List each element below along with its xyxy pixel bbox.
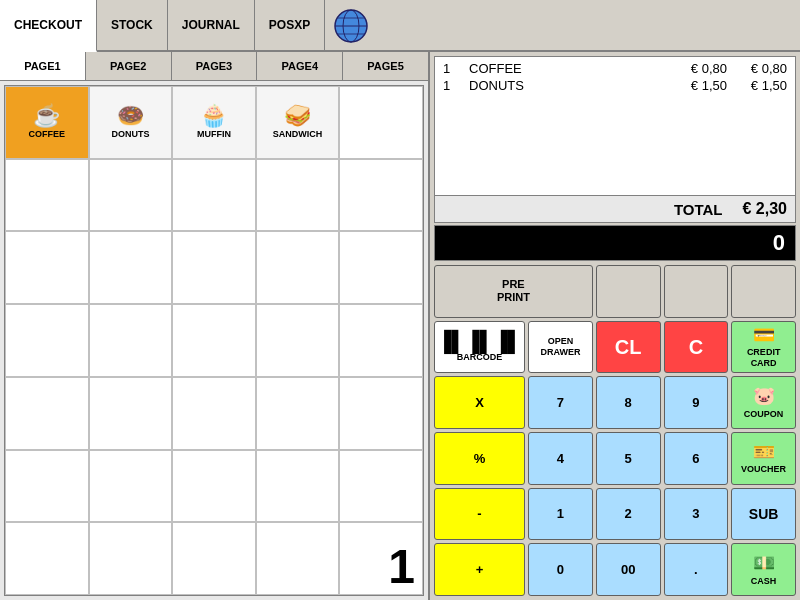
receipt-qty-1: 1	[443, 61, 463, 76]
num2-button[interactable]: 2	[596, 488, 661, 541]
page-tab-1[interactable]: PAGE1	[0, 52, 86, 80]
voucher-label: VOUCHER	[741, 464, 786, 475]
sandwich-icon: 🥪	[284, 105, 311, 127]
total-label: TOTAL	[674, 201, 723, 218]
empty-pad-2	[664, 265, 729, 318]
x-button[interactable]: X	[434, 376, 525, 429]
product-empty-23[interactable]	[172, 377, 256, 450]
receipt-qty-2: 1	[443, 78, 463, 93]
product-empty-18[interactable]	[172, 304, 256, 377]
num1-button[interactable]: 1	[528, 488, 593, 541]
product-empty-5[interactable]	[339, 86, 423, 159]
open-drawer-button[interactable]: OPEN DRAWER	[528, 321, 593, 374]
pre-print-button[interactable]: PRE PRINT	[434, 265, 593, 318]
barcode-label: BARCODE	[457, 352, 503, 363]
num6-button[interactable]: 6	[664, 432, 729, 485]
product-empty-32[interactable]	[89, 522, 173, 595]
product-muffin[interactable]: 🧁 MUFFIN	[172, 86, 256, 159]
product-donuts[interactable]: 🍩 DONUTS	[89, 86, 173, 159]
tab-checkout[interactable]: CHECKOUT	[0, 0, 97, 52]
minus-button[interactable]: -	[434, 488, 525, 541]
main-content: PAGE1 PAGE2 PAGE3 PAGE4 PAGE5 ☕ COFFEE 🍩…	[0, 52, 800, 600]
muffin-label: MUFFIN	[197, 129, 231, 139]
product-empty-31[interactable]	[5, 522, 89, 595]
cash-button[interactable]: 💵 CASH	[731, 543, 796, 596]
receipt-row-2: 1 DONUTS € 1,50 € 1,50	[443, 78, 787, 93]
voucher-icon: 🎫	[753, 442, 775, 464]
receipt-name-1: COFFEE	[469, 61, 667, 76]
product-empty-7[interactable]	[89, 159, 173, 232]
barcode-icon: ▐▌▐▌▐▌	[437, 331, 522, 351]
product-empty-26[interactable]	[5, 450, 89, 523]
product-empty-6[interactable]	[5, 159, 89, 232]
plus-button[interactable]: +	[434, 543, 525, 596]
product-empty-12[interactable]	[89, 231, 173, 304]
credit-card-button[interactable]: 💳 CREDIT CARD	[731, 321, 796, 374]
receipt-row-1: 1 COFFEE € 0,80 € 0,80	[443, 61, 787, 76]
coupon-label: COUPON	[744, 409, 784, 420]
page-tab-4[interactable]: PAGE4	[257, 52, 343, 80]
num00-button[interactable]: 00	[596, 543, 661, 596]
page-number: 1	[388, 543, 415, 591]
product-empty-29[interactable]	[256, 450, 340, 523]
product-empty-11[interactable]	[5, 231, 89, 304]
page-tabs: PAGE1 PAGE2 PAGE3 PAGE4 PAGE5	[0, 52, 428, 81]
product-empty-33[interactable]	[172, 522, 256, 595]
product-empty-28[interactable]	[172, 450, 256, 523]
voucher-button[interactable]: 🎫 VOUCHER	[731, 432, 796, 485]
empty-pad-1	[596, 265, 661, 318]
display-row: 0	[434, 225, 796, 261]
num7-button[interactable]: 7	[528, 376, 593, 429]
product-empty-9[interactable]	[256, 159, 340, 232]
num4-button[interactable]: 4	[528, 432, 593, 485]
cl-button[interactable]: CL	[596, 321, 661, 374]
product-empty-13[interactable]	[172, 231, 256, 304]
globe-button[interactable]	[325, 0, 377, 52]
product-empty-21[interactable]	[5, 377, 89, 450]
product-empty-34[interactable]	[256, 522, 340, 595]
product-empty-27[interactable]	[89, 450, 173, 523]
receipt-unit-2: € 1,50	[667, 78, 727, 93]
empty-pad-3	[731, 265, 796, 318]
tab-posxp[interactable]: POSXP	[255, 0, 325, 50]
num9-button[interactable]: 9	[664, 376, 729, 429]
product-sandwich[interactable]: 🥪 SANDWICH	[256, 86, 340, 159]
product-coffee[interactable]: ☕ COFFEE	[5, 86, 89, 159]
coupon-button[interactable]: 🐷 COUPON	[731, 376, 796, 429]
page-tab-2[interactable]: PAGE2	[86, 52, 172, 80]
product-empty-19[interactable]	[256, 304, 340, 377]
dot-button[interactable]: .	[664, 543, 729, 596]
product-empty-20[interactable]	[339, 304, 423, 377]
donuts-label: DONUTS	[111, 129, 149, 139]
num5-button[interactable]: 5	[596, 432, 661, 485]
c-button[interactable]: C	[664, 321, 729, 374]
product-empty-30[interactable]	[339, 450, 423, 523]
cash-icon: 💵	[753, 553, 775, 575]
product-empty-10[interactable]	[339, 159, 423, 232]
num8-button[interactable]: 8	[596, 376, 661, 429]
product-empty-24[interactable]	[256, 377, 340, 450]
num0-button[interactable]: 0	[528, 543, 593, 596]
muffin-icon: 🧁	[200, 105, 227, 127]
coffee-icon: ☕	[33, 105, 60, 127]
page-tab-3[interactable]: PAGE3	[172, 52, 258, 80]
product-empty-25[interactable]	[339, 377, 423, 450]
sub-button[interactable]: SUB	[731, 488, 796, 541]
credit-card-label: CREDIT CARD	[734, 347, 793, 369]
percent-button[interactable]: %	[434, 432, 525, 485]
product-empty-22[interactable]	[89, 377, 173, 450]
total-row: TOTAL € 2,30	[434, 196, 796, 223]
tab-journal[interactable]: JOURNAL	[168, 0, 255, 50]
product-empty-8[interactable]	[172, 159, 256, 232]
total-value: € 2,30	[743, 200, 787, 218]
tab-stock[interactable]: STOCK	[97, 0, 168, 50]
product-empty-15[interactable]	[339, 231, 423, 304]
product-empty-17[interactable]	[89, 304, 173, 377]
page-tab-5[interactable]: PAGE5	[343, 52, 428, 80]
product-empty-14[interactable]	[256, 231, 340, 304]
coffee-label: COFFEE	[29, 129, 66, 139]
product-empty-16[interactable]	[5, 304, 89, 377]
num3-button[interactable]: 3	[664, 488, 729, 541]
cash-label: CASH	[751, 576, 777, 587]
barcode-button[interactable]: ▐▌▐▌▐▌ BARCODE	[434, 321, 525, 374]
